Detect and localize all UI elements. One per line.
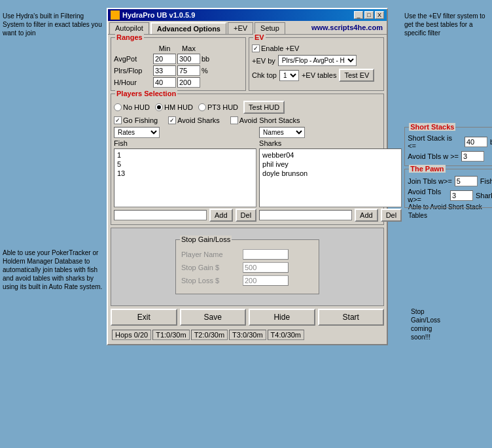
list-item[interactable]: phil ivey bbox=[261, 160, 400, 169]
ev-by-select[interactable]: Plrs/Flop - AvgPot - H/Hr bbox=[278, 55, 357, 66]
tab-ev[interactable]: +EV bbox=[228, 22, 253, 34]
t1-status: T1:0/30m bbox=[152, 330, 189, 340]
title-controls: _ □ X bbox=[354, 11, 384, 19]
lower-area: Stop Gain/Loss Player Name Stop Gain $ S… bbox=[111, 228, 384, 306]
plrsflop-unit: % bbox=[202, 67, 215, 75]
avgpot-min-input[interactable] bbox=[153, 54, 176, 64]
ev-by-row: +EV by Plrs/Flop - AvgPot - H/Hr bbox=[252, 55, 381, 66]
stop-loss-dollar-label: Stop Loss $ bbox=[181, 277, 240, 284]
plrsflop-max-input[interactable] bbox=[177, 65, 200, 76]
maximize-button[interactable]: □ bbox=[364, 11, 374, 19]
list-item[interactable]: doyle brunson bbox=[261, 169, 400, 178]
test-ev-button[interactable]: Test EV bbox=[339, 69, 374, 82]
enable-ev-label: Enable +EV bbox=[261, 44, 299, 52]
avgpot-max-input[interactable] bbox=[177, 54, 200, 64]
t4-status: T4:0/30m bbox=[268, 330, 304, 340]
annotation-bottom-left: Able to use your PokerTracker or Holdem … bbox=[3, 249, 104, 291]
chk-top-label: Chk top bbox=[252, 71, 277, 79]
tab-setup[interactable]: Setup bbox=[255, 22, 285, 34]
fish-add-input[interactable] bbox=[114, 210, 207, 220]
ev-tables-label: +EV tables bbox=[302, 71, 337, 79]
list-item[interactable]: 5 bbox=[116, 160, 255, 169]
enable-ev-checkbox-label[interactable]: Enable +EV bbox=[252, 44, 299, 52]
pawn-row2: Avoid Tbls w>= Sharks bbox=[408, 188, 492, 203]
title-bar: HydraPro UB v1.0.5.9 _ □ X bbox=[108, 9, 387, 21]
sharks-add-button[interactable]: Add bbox=[355, 209, 378, 222]
sharks-list[interactable]: webber04 phil ivey doyle brunson bbox=[259, 148, 402, 207]
short-stacks-label: Short Stacks bbox=[409, 123, 455, 131]
close-button[interactable]: X bbox=[375, 11, 384, 19]
test-hud-button[interactable]: Test HUD bbox=[243, 101, 285, 114]
bottom-buttons: Exit Save Hide Start bbox=[111, 309, 384, 326]
fish-header: Rates bbox=[114, 127, 256, 138]
hhour-min-input[interactable] bbox=[153, 77, 176, 88]
ranges-min-header: Min bbox=[153, 44, 176, 52]
hm-hud-radio[interactable] bbox=[155, 103, 163, 111]
fish-column: Rates Fish 1 5 13 Add bbox=[114, 127, 256, 222]
save-button[interactable]: Save bbox=[180, 309, 247, 326]
enable-ev-row: Enable +EV bbox=[252, 44, 381, 52]
tab-advanced-options[interactable]: Advanced Options bbox=[150, 22, 226, 34]
player-name-input[interactable] bbox=[243, 249, 289, 260]
app-icon bbox=[111, 10, 120, 20]
chk-top-select[interactable]: 10 bbox=[279, 70, 299, 81]
player-name-label: Player Name bbox=[181, 250, 240, 258]
go-fishing-text: Go Fishing bbox=[123, 116, 158, 124]
short-stack-row2: Avoid Tbls w >= bbox=[408, 151, 492, 162]
avoid-short-stacks-text: Avoid Short Stacks bbox=[239, 116, 300, 124]
pawn-avoid-input[interactable] bbox=[450, 190, 473, 201]
hhour-label: H/Hour bbox=[114, 78, 150, 86]
exit-button[interactable]: Exit bbox=[111, 309, 177, 326]
avoid-sharks-label[interactable]: Avoid Sharks bbox=[168, 116, 220, 124]
pt3-hud-radio-label[interactable]: PT3 HUD bbox=[198, 103, 238, 111]
pawn-label: The Pawn bbox=[409, 165, 445, 173]
sharks-add-input[interactable] bbox=[259, 210, 352, 220]
minimize-button[interactable]: _ bbox=[354, 11, 363, 19]
pawn-avoid-label: Avoid Tbls w>= bbox=[408, 188, 448, 203]
short-stack-value-input[interactable] bbox=[465, 137, 487, 147]
start-button[interactable]: Start bbox=[318, 309, 385, 326]
sharks-dropdown[interactable]: Names bbox=[259, 127, 305, 138]
status-bar: Hops 0/20 T1:0/30m T2:0/30m T3:0/30m T4:… bbox=[111, 328, 384, 341]
ranges-max-header: Max bbox=[177, 44, 200, 52]
pt3-hud-radio[interactable] bbox=[198, 103, 206, 111]
enable-ev-checkbox[interactable] bbox=[252, 44, 260, 52]
fish-del-button[interactable]: Del bbox=[236, 209, 257, 222]
stop-loss-input[interactable] bbox=[243, 275, 289, 286]
list-item[interactable]: webber04 bbox=[261, 150, 400, 160]
fish-dropdown[interactable]: Rates bbox=[114, 127, 160, 138]
hhour-max-input[interactable] bbox=[177, 77, 200, 88]
list-item[interactable]: 1 bbox=[116, 150, 255, 160]
annotation-stop: StopGain/Losscomingsoon!!! bbox=[411, 307, 489, 341]
annotation-top-right: Use the +EV filter system to get the bes… bbox=[404, 12, 489, 37]
ev-by-label: +EV by bbox=[252, 57, 275, 65]
pt3-hud-label: PT3 HUD bbox=[207, 103, 238, 111]
annotation-top-left: Use Hydra's built in Filtering System to… bbox=[3, 12, 104, 37]
stop-gain-input[interactable] bbox=[243, 262, 289, 273]
pawn-group: The Pawn Join Tbls w>= Fish Avoid Tbls w… bbox=[404, 169, 492, 208]
list-item[interactable]: 13 bbox=[116, 169, 255, 178]
no-hud-radio-label[interactable]: No HUD bbox=[114, 103, 150, 111]
website-url: www.scripts4he.com bbox=[309, 22, 385, 34]
avoid-short-stacks-label[interactable]: Avoid Short Stacks bbox=[230, 116, 300, 124]
go-fishing-label[interactable]: Go Fishing bbox=[114, 116, 158, 124]
chk-top-row: Chk top 10 +EV tables Test EV bbox=[252, 69, 381, 82]
hm-hud-radio-label[interactable]: HM HUD bbox=[155, 103, 193, 111]
avoid-short-stacks-checkbox[interactable] bbox=[230, 116, 238, 124]
tab-autopilot[interactable]: Autopilot bbox=[109, 22, 149, 34]
go-fishing-checkbox[interactable] bbox=[114, 116, 122, 124]
plrsflop-min-input[interactable] bbox=[153, 65, 176, 76]
hops-status: Hops 0/20 bbox=[112, 330, 151, 340]
pawn-join-input[interactable] bbox=[455, 176, 478, 186]
fish-list[interactable]: 1 5 13 bbox=[114, 148, 256, 207]
short-stacks-group: Short Stacks Short Stack is <= bb Avoid … bbox=[404, 127, 492, 166]
hide-button[interactable]: Hide bbox=[249, 309, 315, 326]
stop-gain-label: Stop Gain/Loss bbox=[180, 235, 232, 243]
stop-gain-row: Stop Gain $ bbox=[181, 262, 313, 273]
avoid-tbls-input[interactable] bbox=[461, 151, 484, 162]
no-hud-radio[interactable] bbox=[114, 103, 122, 111]
fish-add-button[interactable]: Add bbox=[209, 209, 233, 222]
sharks-del-button[interactable]: Del bbox=[381, 209, 402, 222]
ev-label: EV bbox=[253, 33, 266, 41]
avoid-sharks-checkbox[interactable] bbox=[168, 116, 176, 124]
